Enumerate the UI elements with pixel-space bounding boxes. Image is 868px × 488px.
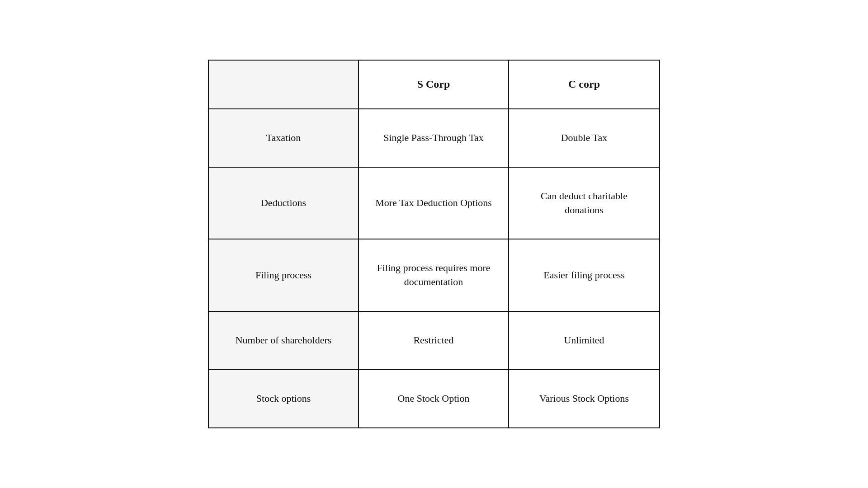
table-row-filing: Filing process Filing process requires m… [209, 239, 659, 312]
ccorp-taxation: Double Tax [509, 109, 659, 167]
ccorp-stock: Various Stock Options [509, 370, 659, 427]
label-shareholders: Number of shareholders [209, 312, 359, 369]
table-row-taxation: Taxation Single Pass-Through Tax Double … [209, 109, 659, 168]
scorp-filing: Filing process requires more documentati… [359, 239, 509, 311]
scorp-stock: One Stock Option [359, 370, 509, 427]
comparison-table: S Corp C corp Taxation Single Pass-Throu… [208, 60, 660, 428]
label-deductions: Deductions [209, 168, 359, 239]
scorp-shareholders: Restricted [359, 312, 509, 369]
ccorp-shareholders: Unlimited [509, 312, 659, 369]
table-row-stock: Stock options One Stock Option Various S… [209, 370, 659, 427]
ccorp-deductions: Can deduct charitable donations [509, 168, 659, 239]
header-scorp: S Corp [359, 61, 509, 108]
label-filing: Filing process [209, 239, 359, 311]
scorp-deductions: More Tax Deduction Options [359, 168, 509, 239]
label-stock: Stock options [209, 370, 359, 427]
table-row-deductions: Deductions More Tax Deduction Options Ca… [209, 168, 659, 240]
header-empty-cell [209, 61, 359, 108]
ccorp-filing: Easier filing process [509, 239, 659, 311]
table-row-shareholders: Number of shareholders Restricted Unlimi… [209, 312, 659, 370]
table-header-row: S Corp C corp [209, 61, 659, 109]
header-ccorp: C corp [509, 61, 659, 108]
scorp-taxation: Single Pass-Through Tax [359, 109, 509, 167]
label-taxation: Taxation [209, 109, 359, 167]
